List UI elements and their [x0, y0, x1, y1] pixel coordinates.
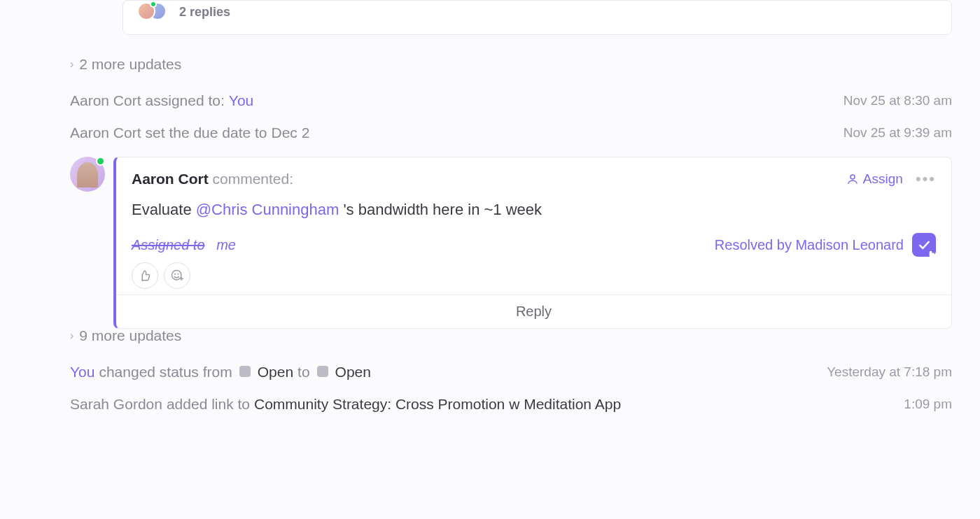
emoji-add-icon: [171, 269, 183, 282]
cursor-hand-icon: [923, 250, 940, 268]
activity-verb: assigned to:: [146, 92, 225, 109]
resolve-toggle[interactable]: [912, 233, 936, 257]
add-reaction-button[interactable]: [164, 262, 190, 289]
status-from: Open: [258, 364, 293, 381]
person-icon: [846, 173, 859, 185]
activity-verb: added link to: [167, 396, 250, 413]
status-pill-icon: [239, 366, 251, 377]
chevron-right-icon: ›: [70, 329, 74, 342]
activity-item-due-date: Aaron Cort set the due date to Dec 2 Nov…: [70, 125, 952, 141]
comment-author: Aaron Cort: [132, 171, 209, 187]
mention[interactable]: @Chris Cunningham: [196, 201, 340, 218]
replies-count: 2 replies: [179, 5, 230, 20]
activity-feed: 2 replies › 2 more updates Aaron Cort as…: [0, 0, 980, 413]
more-updates-label: 9 more updates: [79, 327, 181, 344]
assigned-to-target: me: [216, 237, 236, 253]
assign-label: Assign: [863, 171, 903, 187]
svg-point-1: [172, 271, 182, 280]
assigned-to-text: Assigned to: [132, 237, 205, 253]
resolved-by-label: Resolved by Madison Leonard: [715, 237, 904, 253]
activity-item-status-change: You changed status from Open to Open Yes…: [70, 364, 952, 381]
status-to: Open: [335, 364, 371, 381]
thumbs-up-icon: [139, 269, 151, 282]
activity-actor: Sarah Gordon: [70, 396, 162, 413]
svg-point-2: [175, 273, 176, 274]
comment-verb: commented:: [213, 171, 294, 187]
activity-timestamp: Yesterday at 7:18 pm: [827, 364, 952, 380]
presence-indicator: [96, 157, 105, 166]
svg-point-3: [178, 273, 178, 274]
assign-button[interactable]: Assign: [846, 171, 903, 187]
reactions-row: [116, 260, 951, 295]
assigned-to-label[interactable]: Assigned to me: [132, 237, 236, 253]
comment-header-text: Aaron Cort commented:: [132, 171, 293, 187]
thread-card: 2 replies: [122, 0, 952, 35]
comment: Aaron Cort commented: Assign ••• Evaluat…: [70, 157, 952, 329]
activity-verb: set the due date to: [146, 125, 267, 141]
avatar: [70, 157, 105, 192]
activity-verb: changed status from: [99, 364, 232, 381]
activity-target[interactable]: You: [229, 92, 253, 109]
activity-actor: Aaron Cort: [70, 125, 141, 141]
chevron-right-icon: ›: [70, 58, 74, 71]
expand-more-updates-top[interactable]: › 2 more updates: [70, 56, 952, 73]
activity-item-link-added: Sarah Gordon added link to Community Str…: [70, 396, 952, 413]
activity-target: Dec 2: [272, 125, 310, 141]
comment-text-prefix: Evaluate: [132, 201, 196, 218]
activity-item-assignment: Aaron Cort assigned to: You Nov 25 at 8:…: [70, 92, 952, 109]
replies-summary[interactable]: 2 replies: [137, 1, 937, 27]
avatar-stack: [137, 2, 172, 22]
activity-actor: Aaron Cort: [70, 92, 141, 109]
comment-body: Evaluate @Chris Cunningham 's bandwidth …: [116, 194, 951, 229]
reply-button[interactable]: Reply: [116, 295, 951, 328]
expand-more-updates-mid[interactable]: › 9 more updates: [70, 327, 952, 344]
more-menu-button[interactable]: •••: [916, 170, 936, 188]
activity-timestamp: Nov 25 at 8:30 am: [844, 93, 952, 108]
presence-indicator: [150, 1, 157, 8]
activity-timestamp: Nov 25 at 9:39 am: [844, 125, 952, 141]
to-word: to: [298, 364, 310, 381]
like-button[interactable]: [132, 262, 158, 289]
activity-actor[interactable]: You: [70, 364, 94, 381]
comment-card: Aaron Cort commented: Assign ••• Evaluat…: [113, 157, 952, 329]
status-pill-icon: [317, 366, 328, 377]
link-title[interactable]: Community Strategy: Cross Promotion w Me…: [254, 396, 621, 413]
comment-text-suffix: 's bandwidth here in ~1 week: [339, 201, 542, 218]
activity-timestamp: 1:09 pm: [904, 397, 952, 412]
svg-point-0: [850, 175, 855, 179]
reply-label: Reply: [516, 304, 552, 319]
more-updates-label: 2 more updates: [79, 56, 181, 73]
